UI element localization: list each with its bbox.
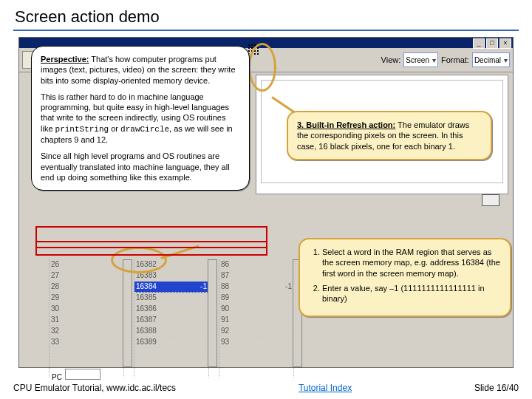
red-box-2	[35, 241, 267, 256]
ram-grid: 2627282930313233 163821638316384-1163851…	[49, 259, 300, 378]
refresh-callout: 3. Built-in Refresh action: The emulator…	[287, 111, 492, 160]
ram-row[interactable]: 27	[50, 270, 123, 282]
footer-right: Slide 16/40	[474, 383, 519, 393]
ram-col-3: 868788-18990919293	[219, 259, 294, 378]
ram-row[interactable]: 86	[219, 259, 293, 270]
window-close-button[interactable]: ×	[499, 38, 511, 49]
footer-left: CPU Emulator Tutorial, www.idc.ac.il/tec…	[13, 383, 176, 393]
ram-col-2: 163821638316384-116385163861638716388163…	[134, 259, 209, 378]
step-2: Enter a value, say –1 (1111111111111111 …	[322, 283, 501, 304]
view-select[interactable]: Screen▾	[403, 52, 438, 67]
highlight-oval-screen	[248, 43, 276, 92]
scrollbar[interactable]	[123, 259, 132, 367]
ram-row[interactable]: 30	[50, 304, 123, 315]
ram-row[interactable]: 16386	[134, 304, 208, 315]
view-label: View:	[381, 55, 401, 64]
tutorial-index-link[interactable]: Tutorial Index	[299, 383, 352, 393]
ram-row[interactable]: 89	[219, 293, 293, 304]
ram-row[interactable]: 16384-1	[134, 282, 208, 293]
ram-row[interactable]: 16388	[134, 326, 208, 337]
perspective-callout: Perspective: That's how computer program…	[31, 46, 250, 191]
scrollbar[interactable]	[208, 259, 217, 367]
ram-row[interactable]: 28	[50, 282, 123, 293]
window-max-button[interactable]: □	[486, 38, 498, 49]
slide-title: Screen action demo	[0, 0, 532, 30]
ram-row[interactable]: 29	[50, 293, 123, 304]
ram-row[interactable]: 16385	[134, 293, 208, 304]
ram-row[interactable]: 32	[50, 326, 123, 337]
ram-row[interactable]: 31	[50, 315, 123, 326]
title-rule	[13, 30, 519, 31]
format-label: Format:	[441, 55, 469, 64]
ram-row[interactable]: 90	[219, 304, 293, 315]
ram-row[interactable]: 93	[219, 337, 293, 348]
ram-row[interactable]: 88-1	[219, 282, 293, 293]
format-select[interactable]: Decimal▾	[472, 52, 510, 67]
ram-row[interactable]: 91	[219, 315, 293, 326]
pc-box: PC	[52, 369, 100, 381]
ram-row[interactable]: 16389	[134, 337, 208, 348]
ram-row[interactable]: 92	[219, 326, 293, 337]
step-1: Select a word in the RAM region that ser…	[322, 247, 501, 279]
ram-row[interactable]: 33	[50, 337, 123, 348]
slide-footer: CPU Emulator Tutorial, www.idc.ac.il/tec…	[13, 383, 519, 393]
keyboard-icon	[482, 194, 499, 206]
window-min-button[interactable]: _	[473, 38, 485, 49]
ram-row[interactable]: 16387	[134, 315, 208, 326]
ram-col-1: 2627282930313233	[49, 259, 124, 378]
ram-row[interactable]: 87	[219, 270, 293, 282]
steps-callout: Select a word in the RAM region that ser…	[299, 238, 511, 317]
